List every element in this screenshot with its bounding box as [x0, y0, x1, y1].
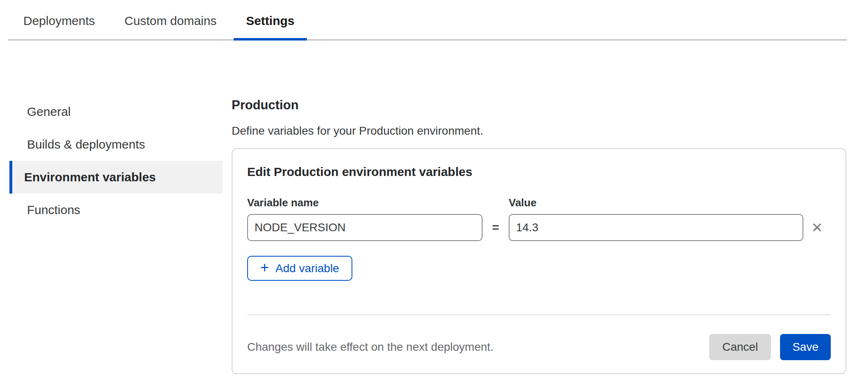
card-divider	[247, 314, 831, 315]
save-button[interactable]: Save	[780, 334, 831, 360]
card-footer: Changes will take effect on the next dep…	[247, 334, 831, 360]
settings-sidebar: General Builds & deployments Environment…	[9, 95, 223, 226]
tab-settings[interactable]: Settings	[234, 0, 307, 39]
value-label: Value	[509, 196, 803, 209]
variable-name-field-group: Variable name	[247, 196, 482, 241]
variable-name-label: Variable name	[247, 196, 482, 209]
sidebar-item-functions[interactable]: Functions	[9, 194, 223, 226]
sidebar-item-general[interactable]: General	[9, 95, 223, 128]
remove-variable-icon[interactable]: ✕	[809, 219, 825, 236]
footer-actions: Cancel Save	[709, 334, 831, 360]
variable-value-input[interactable]	[509, 214, 803, 241]
page-title: Production	[232, 98, 846, 112]
variable-name-input[interactable]	[247, 214, 482, 241]
plus-icon: +	[260, 260, 269, 275]
tab-custom-domains[interactable]: Custom domains	[112, 0, 229, 39]
sidebar-item-builds-deployments[interactable]: Builds & deployments	[9, 128, 223, 161]
sidebar-item-environment-variables[interactable]: Environment variables	[9, 161, 223, 194]
tab-deployments[interactable]: Deployments	[11, 0, 107, 39]
remove-variable-cell: ✕	[803, 214, 831, 241]
card-title: Edit Production environment variables	[247, 165, 831, 179]
add-variable-label: Add variable	[275, 262, 339, 275]
edit-variables-card: Edit Production environment variables Va…	[232, 148, 846, 374]
deployment-note: Changes will take effect on the next dep…	[247, 341, 494, 354]
page-description: Define variables for your Production env…	[232, 124, 846, 138]
environment-variables-panel: Production Define variables for your Pro…	[232, 98, 846, 374]
variable-row: Variable name = Value ✕	[247, 196, 831, 241]
equals-sign: =	[482, 214, 509, 241]
add-variable-button[interactable]: + Add variable	[247, 256, 352, 281]
variable-value-field-group: Value	[509, 196, 803, 241]
project-tab-bar: Deployments Custom domains Settings	[8, 0, 847, 41]
cancel-button[interactable]: Cancel	[709, 334, 771, 360]
